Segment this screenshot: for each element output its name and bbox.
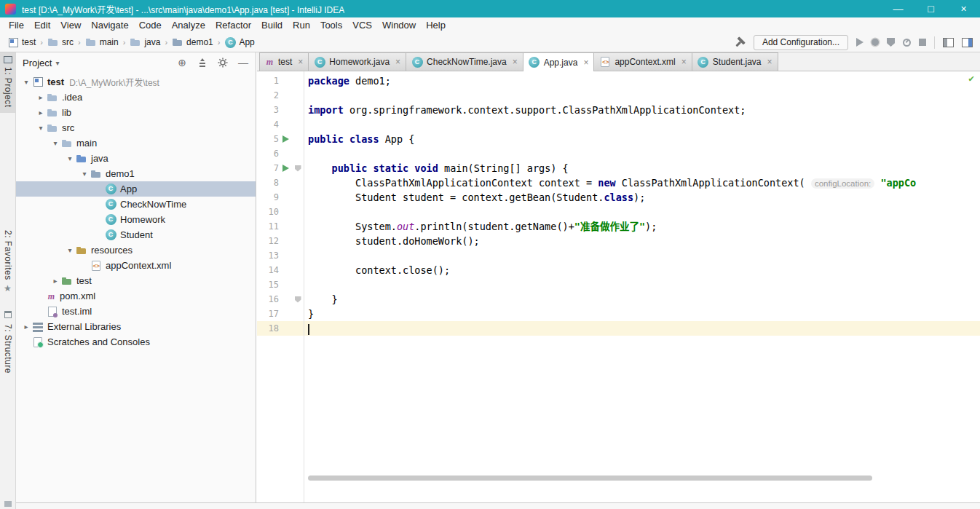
inspections-ok-icon[interactable]: ✔ — [968, 73, 974, 84]
run-gutter-icon[interactable] — [282, 165, 289, 172]
tree-item-test[interactable]: ▸test — [16, 273, 256, 288]
chevron-down-icon[interactable]: ▾ — [64, 246, 76, 254]
code-line-15[interactable]: 15 — [257, 277, 980, 292]
chevron-down-icon[interactable]: ▾ — [64, 154, 76, 162]
code-editor[interactable]: 1package demo1;23import org.springframew… — [257, 71, 980, 502]
run-icon[interactable] — [856, 38, 864, 47]
tree-item-test-iml[interactable]: test.iml — [16, 304, 256, 319]
horizontal-scrollbar[interactable] — [308, 476, 872, 481]
tree-item-appcontext-xml[interactable]: appContext.xml — [16, 258, 256, 273]
menu-help[interactable]: Help — [421, 20, 451, 31]
menu-code[interactable]: Code — [134, 20, 167, 31]
tree-item-homework[interactable]: CHomework — [16, 212, 256, 227]
stop-icon[interactable] — [919, 39, 926, 46]
code-line-18[interactable]: 18 — [257, 321, 980, 336]
code-line-4[interactable]: 4 — [257, 117, 980, 132]
menu-file[interactable]: File — [4, 20, 29, 31]
tree-item-demo1[interactable]: ▾demo1 — [16, 166, 256, 181]
menu-refactor[interactable]: Refactor — [210, 20, 256, 31]
close-tab-icon[interactable]: × — [583, 58, 588, 68]
run-gutter-icon[interactable] — [282, 135, 289, 143]
chevron-down-icon[interactable]: ▾ — [79, 170, 90, 178]
code-line-10[interactable]: 10 — [257, 205, 980, 219]
code-line-11[interactable]: 11 System.out.println(student.getName()+… — [257, 219, 980, 234]
tree-item-test[interactable]: ▾testD:\A_MyWork\开发\test — [16, 74, 256, 90]
tree-item-resources[interactable]: ▾resources — [16, 242, 256, 258]
add-configuration-button[interactable]: Add Configuration... — [754, 35, 848, 50]
code-line-5[interactable]: 5public class App { — [257, 132, 980, 146]
tool-stripe-project-button[interactable]: 1: Project — [0, 52, 15, 113]
menu-run[interactable]: Run — [288, 20, 315, 31]
menu-view[interactable]: View — [55, 20, 86, 31]
project-structure-icon[interactable] — [943, 38, 954, 47]
chevron-right-icon[interactable]: ▸ — [50, 277, 61, 285]
breadcrumb-item-main[interactable]: main — [84, 36, 120, 48]
code-line-3[interactable]: 3import org.springframework.context.supp… — [257, 103, 980, 117]
collapse-all-icon[interactable] — [197, 57, 208, 68]
code-line-9[interactable]: 9 Student student = context.getBean(Stud… — [257, 190, 980, 205]
code-line-16[interactable]: 16 } — [257, 292, 980, 307]
code-line-14[interactable]: 14 context.close(); — [257, 263, 980, 277]
menu-analyze[interactable]: Analyze — [167, 20, 210, 31]
tree-item-main[interactable]: ▾main — [16, 135, 256, 151]
menu-tools[interactable]: Tools — [315, 20, 347, 31]
tree-item-checknowtime[interactable]: CCheckNowTime — [16, 197, 256, 212]
breadcrumb-item-app[interactable]: CApp — [223, 36, 256, 48]
locate-file-icon[interactable]: ⊕ — [176, 57, 188, 68]
menu-window[interactable]: Window — [377, 20, 421, 31]
fold-marker-icon[interactable] — [295, 296, 301, 303]
search-everywhere-icon[interactable] — [962, 38, 973, 47]
tab-appcontext-xml[interactable]: appContext.xml× — [593, 52, 692, 71]
code-line-8[interactable]: 8 ClassPathXmlApplicationContext context… — [257, 175, 980, 190]
project-panel-title[interactable]: Project — [23, 58, 52, 68]
code-line-6[interactable]: 6 — [257, 146, 980, 161]
chevron-down-icon[interactable]: ▾ — [55, 59, 59, 67]
close-tab-icon[interactable]: × — [395, 57, 400, 67]
code-line-13[interactable]: 13 — [257, 248, 980, 263]
tree-item-java[interactable]: ▾java — [16, 151, 256, 166]
code-line-2[interactable]: 2 — [257, 88, 980, 103]
breadcrumb-item-test[interactable]: test — [6, 36, 37, 48]
close-button[interactable]: × — [947, 0, 980, 17]
minimize-button[interactable]: — — [882, 0, 914, 17]
tree-item-src[interactable]: ▾src — [16, 120, 256, 135]
build-hammer-icon[interactable] — [732, 34, 748, 51]
maximize-button[interactable]: □ — [914, 0, 947, 17]
chevron-down-icon[interactable]: ▾ — [35, 124, 47, 132]
tree-item-app[interactable]: CApp — [16, 181, 256, 197]
breadcrumb-item-java[interactable]: java — [128, 36, 162, 48]
breadcrumb-item-src[interactable]: src — [46, 36, 75, 48]
chevron-right-icon[interactable]: ▸ — [35, 93, 47, 101]
tree-item-pom-xml[interactable]: mpom.xml — [16, 288, 256, 304]
tree-item-lib[interactable]: ▸lib — [16, 105, 256, 120]
code-line-17[interactable]: 17} — [257, 307, 980, 321]
menu-navigate[interactable]: Navigate — [86, 20, 133, 31]
fold-marker-icon[interactable] — [295, 165, 301, 172]
close-tab-icon[interactable]: × — [513, 57, 518, 67]
tree-item-idea[interactable]: ▸.idea — [16, 90, 256, 105]
tool-stripe-favorites-button[interactable]: 2: Favorites ★ — [3, 230, 13, 293]
hide-panel-icon[interactable]: — — [237, 57, 249, 68]
menu-vcs[interactable]: VCS — [347, 20, 377, 31]
tree-item-scratches-and-consoles[interactable]: Scratches and Consoles — [16, 334, 256, 350]
toolwindow-quick-access-icon[interactable] — [4, 501, 12, 507]
menu-build[interactable]: Build — [256, 20, 288, 31]
debug-icon[interactable] — [872, 39, 879, 46]
code-line-12[interactable]: 12 student.doHomeWork(); — [257, 234, 980, 248]
gear-icon[interactable] — [217, 57, 229, 68]
coverage-icon[interactable] — [887, 38, 895, 47]
code-line-1[interactable]: 1package demo1; — [257, 74, 980, 88]
chevron-down-icon[interactable]: ▾ — [20, 78, 32, 86]
tool-stripe-structure-button[interactable]: 7: Structure — [3, 311, 13, 374]
code-line-7[interactable]: 7 public static void main(String[] args)… — [257, 161, 980, 175]
chevron-right-icon[interactable]: ▸ — [35, 108, 47, 117]
profiler-icon[interactable] — [903, 39, 911, 47]
tab-app-java[interactable]: CApp.java× — [523, 52, 595, 71]
tab-test[interactable]: mtest× — [259, 52, 309, 71]
tree-item-external-libraries[interactable]: ▸External Libraries — [16, 319, 256, 334]
menu-edit[interactable]: Edit — [29, 20, 55, 31]
tab-homework-java[interactable]: CHomework.java× — [308, 52, 406, 71]
close-tab-icon[interactable]: × — [767, 57, 772, 67]
chevron-down-icon[interactable]: ▾ — [50, 139, 61, 147]
close-tab-icon[interactable]: × — [298, 57, 303, 67]
